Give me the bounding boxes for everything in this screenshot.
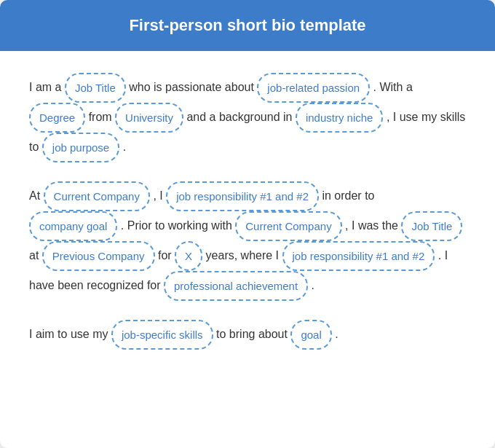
text-at-prev: at <box>29 249 42 262</box>
card-header: First-person short bio template <box>0 0 495 51</box>
text-passionate: who is passionate about <box>129 81 257 93</box>
paragraph-3: I aim to use my job-specific skills to b… <box>29 320 466 350</box>
tag-years-x[interactable]: X <box>175 241 202 271</box>
tag-university[interactable]: University <box>115 103 183 133</box>
text-i-aim: I aim to use my <box>29 328 111 340</box>
tag-job-specific-skills[interactable]: job-specific skills <box>111 320 213 350</box>
text-years-where: years, where I <box>206 249 282 262</box>
text-prior: . Prior to working with <box>121 219 235 232</box>
tag-job-title-1[interactable]: Job Title <box>65 73 126 103</box>
paragraph-2: At Current Company , I job responsibilit… <box>29 181 466 301</box>
tag-job-related-passion[interactable]: job-related passion <box>257 73 370 103</box>
text-comma-i: , I <box>153 189 166 202</box>
text-for: for <box>158 249 175 262</box>
tag-job-responsibility-2[interactable]: job responsibility #1 and #2 <box>282 241 435 271</box>
tag-previous-company[interactable]: Previous Company <box>42 241 155 271</box>
tag-company-goal[interactable]: company goal <box>29 211 117 241</box>
page-title: First-person short bio template <box>129 16 365 34</box>
text-dot4: . <box>335 328 338 340</box>
text-dot1: . With a <box>373 81 413 93</box>
tag-job-title-2[interactable]: Job Title <box>401 211 462 241</box>
bio-template-card: First-person short bio template I am a J… <box>0 0 495 448</box>
text-from: from <box>89 111 115 123</box>
tag-degree[interactable]: Degree <box>29 103 85 133</box>
tag-industry-niche[interactable]: industry niche <box>296 103 384 133</box>
tag-professional-achievement[interactable]: professional achievement <box>164 271 308 301</box>
text-dot2: . <box>123 141 126 153</box>
tag-job-responsibility-1[interactable]: job responsibility #1 and #2 <box>166 181 319 211</box>
tag-current-company-2[interactable]: Current Company <box>235 211 341 241</box>
text-bring-about: to bring about <box>216 328 290 340</box>
tag-job-purpose[interactable]: job purpose <box>42 133 119 162</box>
text-at: At <box>29 189 44 202</box>
tag-current-company-1[interactable]: Current Company <box>44 181 150 211</box>
text-was-the: , I was the <box>345 219 401 232</box>
card-content: I am a Job Title who is passionate about… <box>0 51 495 376</box>
paragraph-1: I am a Job Title who is passionate about… <box>29 73 466 162</box>
text-dot3: . <box>312 279 314 291</box>
text-in-order: in order to <box>322 189 374 202</box>
text-background: and a background in <box>186 111 295 123</box>
text-i-am-a: I am a <box>29 81 65 93</box>
tag-goal[interactable]: goal <box>290 320 331 350</box>
